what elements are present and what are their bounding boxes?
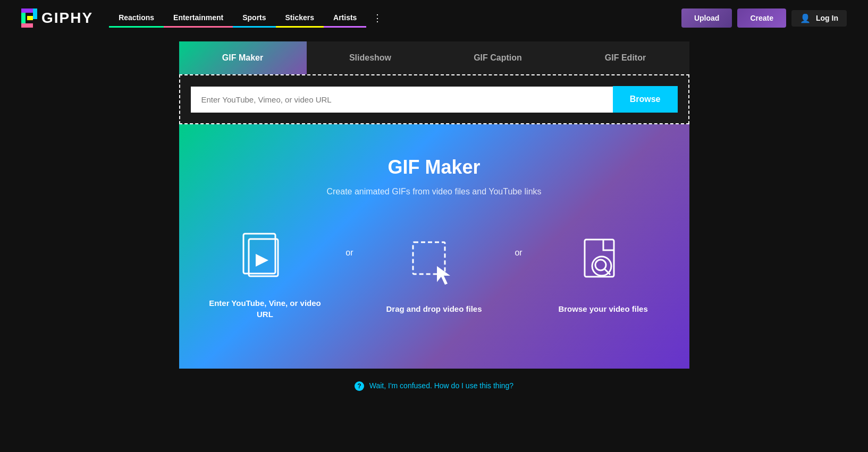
url-area: Browse bbox=[179, 74, 689, 124]
main-subtitle: Create animated GIFs from video files an… bbox=[326, 187, 541, 197]
nav-stickers[interactable]: Stickers bbox=[276, 9, 324, 28]
url-row: Browse bbox=[191, 86, 678, 113]
nav-more-icon[interactable]: ⋮ bbox=[366, 12, 389, 24]
option-video-url-label: Enter YouTube, Vine, or video URL bbox=[200, 297, 330, 320]
tab-gif-maker[interactable]: GIF Maker bbox=[179, 41, 307, 74]
tab-slideshow[interactable]: Slideshow bbox=[307, 41, 434, 74]
options-row: Enter YouTube, Vine, or video URL or Dra… bbox=[200, 228, 668, 320]
create-button[interactable]: Create bbox=[737, 8, 786, 28]
option-browse-files-label: Browse your video files bbox=[558, 303, 647, 314]
logo[interactable]: GIPHY bbox=[21, 8, 93, 28]
nav-entertainment[interactable]: Entertainment bbox=[164, 9, 233, 28]
nav-artists[interactable]: Artists bbox=[324, 9, 366, 28]
help-circle-icon: ? bbox=[355, 381, 364, 391]
navbar: GIPHY Reactions Entertainment Sports Sti… bbox=[0, 0, 868, 36]
tab-gif-editor[interactable]: GIF Editor bbox=[562, 41, 689, 74]
option-browse-files[interactable]: Browse your video files bbox=[538, 234, 668, 314]
main-title: GIF Maker bbox=[387, 156, 480, 178]
browse-button[interactable]: Browse bbox=[613, 86, 678, 113]
logo-text: GIPHY bbox=[41, 10, 93, 27]
nav-sports[interactable]: Sports bbox=[233, 9, 275, 28]
drag-drop-icon bbox=[405, 234, 464, 293]
svg-rect-6 bbox=[249, 239, 278, 276]
option-video-url[interactable]: Enter YouTube, Vine, or video URL bbox=[200, 228, 330, 320]
svg-rect-3 bbox=[21, 23, 33, 28]
upload-button[interactable]: Upload bbox=[681, 8, 732, 28]
or-divider-1: or bbox=[330, 248, 369, 258]
footer-help: ? Wait, I'm confused. How do I use this … bbox=[0, 369, 868, 404]
video-url-icon bbox=[235, 228, 294, 287]
tab-gif-caption[interactable]: GIF Caption bbox=[434, 41, 562, 74]
browse-files-icon bbox=[574, 234, 633, 293]
video-url-input[interactable] bbox=[191, 87, 613, 113]
svg-marker-7 bbox=[256, 254, 268, 267]
nav-reactions[interactable]: Reactions bbox=[109, 9, 164, 28]
login-area[interactable]: 👤 Log In bbox=[791, 10, 847, 27]
nav-links: Reactions Entertainment Sports Stickers … bbox=[109, 9, 389, 28]
help-link[interactable]: Wait, I'm confused. How do I use this th… bbox=[369, 381, 513, 390]
giphy-logo-icon bbox=[21, 8, 37, 28]
main-content: GIF Maker Create animated GIFs from vide… bbox=[179, 124, 689, 369]
option-drag-drop[interactable]: Drag and drop video files bbox=[369, 234, 499, 314]
option-drag-drop-label: Drag and drop video files bbox=[386, 303, 482, 314]
svg-rect-4 bbox=[27, 16, 33, 20]
login-label: Log In bbox=[816, 14, 838, 22]
or-divider-2: or bbox=[499, 248, 538, 258]
svg-point-12 bbox=[595, 260, 606, 270]
tabs-container: GIF Maker Slideshow GIF Caption GIF Edit… bbox=[179, 41, 689, 74]
user-icon: 👤 bbox=[800, 13, 811, 23]
svg-marker-9 bbox=[437, 266, 450, 285]
svg-rect-2 bbox=[33, 8, 37, 19]
